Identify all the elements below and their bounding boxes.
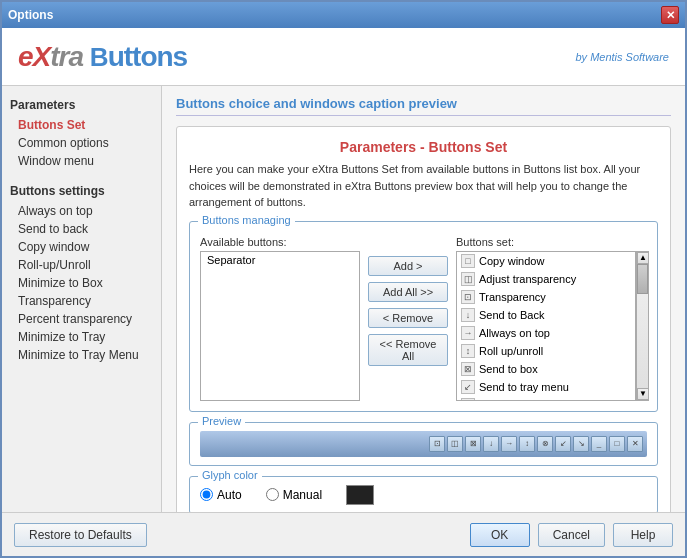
remove-all-button[interactable]: << Remove All: [368, 334, 448, 366]
content-area: Buttons choice and windows caption previ…: [162, 86, 685, 512]
buttons-set-list[interactable]: □Copy window◫Adjust transparency⊡Transpa…: [456, 251, 636, 401]
sidebar-item-always-on-top[interactable]: Always on top: [10, 202, 153, 220]
preview-caption-btn[interactable]: ◫: [447, 436, 463, 452]
scroll-down[interactable]: ▼: [637, 388, 649, 400]
glyph-color-label: Glyph color: [198, 469, 262, 481]
bs-item[interactable]: ↙Send to tray menu: [457, 378, 635, 396]
bs-item-icon: →: [461, 326, 475, 340]
main-content: Parameters Buttons Set Common options Wi…: [2, 86, 685, 512]
sidebar-item-roll-up[interactable]: Roll-up/Unroll: [10, 256, 153, 274]
sidebar-item-send-to-back[interactable]: Send to back: [10, 220, 153, 238]
manual-radio-label[interactable]: Manual: [266, 488, 322, 502]
logo-e: e: [18, 41, 33, 72]
auto-radio-label[interactable]: Auto: [200, 488, 242, 502]
sidebar-item-percent-transparency[interactable]: Percent transparency: [10, 310, 153, 328]
sidebar-item-buttons-set[interactable]: Buttons Set: [10, 116, 153, 134]
preview-caption-btn[interactable]: →: [501, 436, 517, 452]
restore-defaults-button[interactable]: Restore to Defaults: [14, 523, 147, 547]
logo-tra: tra: [50, 41, 90, 72]
bs-item-icon: ↓: [461, 308, 475, 322]
list-item-separator[interactable]: Separator: [201, 252, 359, 268]
color-swatch[interactable]: [346, 485, 374, 505]
main-panel: Parameters - Buttons Set Here you can ma…: [176, 126, 671, 512]
bs-item[interactable]: ↕Roll up/unroll: [457, 342, 635, 360]
window-title: Options: [8, 8, 53, 22]
bs-item-label: Send to tray: [479, 399, 538, 401]
footer: Restore to Defaults OK Cancel Help: [2, 512, 685, 556]
bs-item-icon: ⊡: [461, 290, 475, 304]
sidebar-item-window-menu[interactable]: Window menu: [10, 152, 153, 170]
bs-item-label: Send to tray menu: [479, 381, 569, 393]
bs-item[interactable]: ↓Send to Back: [457, 306, 635, 324]
available-buttons-panel: Available buttons: Separator: [200, 236, 360, 401]
scroll-thumb[interactable]: [637, 264, 648, 294]
glyph-color-group: Glyph color Auto Manual: [189, 476, 658, 513]
sidebar-item-minimize-box[interactable]: Minimize to Box: [10, 274, 153, 292]
preview-caption-btn[interactable]: ⊡: [429, 436, 445, 452]
logo: eXtra Buttons: [18, 41, 187, 73]
buttons-managing-inner: Available buttons: Separator Add > Add A…: [200, 236, 647, 401]
scroll-up[interactable]: ▲: [637, 252, 649, 264]
preview-caption-btn[interactable]: _: [591, 436, 607, 452]
help-button[interactable]: Help: [613, 523, 673, 547]
preview-caption-btn[interactable]: □: [609, 436, 625, 452]
preview-caption-btn[interactable]: ↘: [573, 436, 589, 452]
header-bar: eXtra Buttons by Mentis Software: [2, 28, 685, 86]
bs-item-icon: ↕: [461, 344, 475, 358]
sidebar-item-minimize-tray[interactable]: Minimize to Tray: [10, 328, 153, 346]
panel-title: Parameters - Buttons Set: [189, 139, 658, 155]
sidebar-item-minimize-tray-menu[interactable]: Minimize to Tray Menu: [10, 346, 153, 364]
set-list-container: □Copy window◫Adjust transparency⊡Transpa…: [456, 251, 649, 401]
bs-item-label: Adjust transparency: [479, 273, 576, 285]
add-all-button[interactable]: Add All >>: [368, 282, 448, 302]
available-list[interactable]: Separator: [200, 251, 360, 401]
title-bar: Options ✕: [2, 2, 685, 28]
remove-button[interactable]: < Remove: [368, 308, 448, 328]
main-window: Options ✕ eXtra Buttons by Mentis Softwa…: [0, 0, 687, 558]
preview-caption-btn[interactable]: ↙: [555, 436, 571, 452]
bs-item-label: Copy window: [479, 255, 544, 267]
scroll-track: [637, 264, 648, 388]
scrollbar[interactable]: ▲ ▼: [636, 251, 649, 401]
bs-item[interactable]: □Copy window: [457, 252, 635, 270]
sidebar: Parameters Buttons Set Common options Wi…: [2, 86, 162, 512]
set-label: Buttons set:: [456, 236, 649, 248]
bs-item-label: Transparency: [479, 291, 546, 303]
bs-item-icon: ↙: [461, 380, 475, 394]
ok-button[interactable]: OK: [470, 523, 530, 547]
preview-caption-btn[interactable]: ⊗: [537, 436, 553, 452]
bs-item[interactable]: ⊠Send to box: [457, 360, 635, 378]
close-button[interactable]: ✕: [661, 6, 679, 24]
sidebar-item-transparency[interactable]: Transparency: [10, 292, 153, 310]
add-button[interactable]: Add >: [368, 256, 448, 276]
bs-item[interactable]: ◫Adjust transparency: [457, 270, 635, 288]
manual-radio[interactable]: [266, 488, 279, 501]
auto-label: Auto: [217, 488, 242, 502]
glyph-inner: Auto Manual: [200, 485, 647, 505]
preview-group: Preview ⊡◫⊠↓→↕⊗↙↘_□✕: [189, 422, 658, 466]
buttons-managing-group: Buttons managing Available buttons: Sepa…: [189, 221, 658, 412]
preview-caption-btn[interactable]: ✕: [627, 436, 643, 452]
preview-caption-btn[interactable]: ↕: [519, 436, 535, 452]
sidebar-item-common-options[interactable]: Common options: [10, 134, 153, 152]
available-list-container: Separator: [200, 251, 360, 401]
action-buttons: Add > Add All >> < Remove << Remove All: [368, 236, 448, 366]
preview-caption-btn[interactable]: ⊠: [465, 436, 481, 452]
cancel-button[interactable]: Cancel: [538, 523, 605, 547]
buttons-managing-label: Buttons managing: [198, 214, 295, 226]
by-mentis: by Mentis Software: [575, 51, 669, 63]
available-label: Available buttons:: [200, 236, 360, 248]
preview-bar: ⊡◫⊠↓→↕⊗↙↘_□✕: [200, 431, 647, 457]
bs-item-icon: ⊠: [461, 362, 475, 376]
bs-item[interactable]: ⊡Transparency: [457, 288, 635, 306]
sidebar-section-btn-settings: Buttons settings: [10, 184, 153, 198]
auto-radio[interactable]: [200, 488, 213, 501]
bs-item[interactable]: ↘Send to tray: [457, 396, 635, 401]
bs-item-icon: ◫: [461, 272, 475, 286]
bs-item-label: Send to Back: [479, 309, 544, 321]
content-title: Buttons choice and windows caption previ…: [176, 96, 671, 116]
bs-item[interactable]: →Allways on top: [457, 324, 635, 342]
sidebar-item-copy-window[interactable]: Copy window: [10, 238, 153, 256]
logo-b-cap: B: [90, 42, 108, 72]
preview-caption-btn[interactable]: ↓: [483, 436, 499, 452]
